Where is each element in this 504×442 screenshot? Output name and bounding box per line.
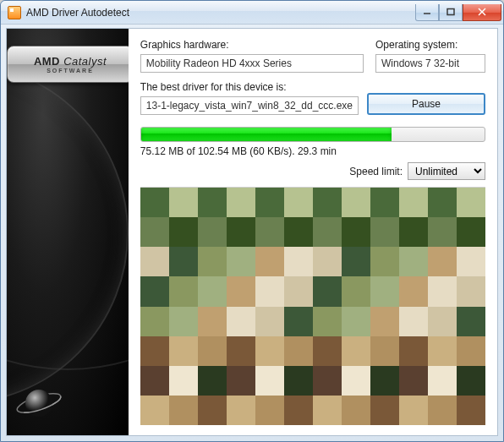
minimize-button[interactable] bbox=[415, 4, 439, 21]
progress-status-text: 75.12 MB of 102.54 MB (60 KB/s). 29.3 mi… bbox=[140, 145, 485, 157]
brand-subtitle: SOFTWARE bbox=[47, 68, 94, 74]
maximize-button[interactable] bbox=[439, 4, 463, 21]
driver-field: The best driver for this device is: 13-1… bbox=[140, 81, 359, 115]
planet-icon bbox=[15, 379, 63, 427]
progress-fill bbox=[141, 128, 392, 141]
os-value[interactable]: Windows 7 32-bit bbox=[375, 54, 485, 73]
window-title: AMD Driver Autodetect bbox=[26, 7, 415, 19]
os-label: Operating system: bbox=[375, 39, 485, 51]
minimize-icon bbox=[423, 8, 431, 16]
brand-badge: AMD Catalyst SOFTWARE bbox=[7, 46, 129, 83]
sidebar: AMD Catalyst SOFTWARE bbox=[7, 29, 129, 435]
graphics-field: Graphics hardware: Mobility Radeon HD 4x… bbox=[140, 39, 364, 73]
app-window: AMD Driver Autodetect AMD Catalyst SOFTW… bbox=[0, 0, 504, 442]
info-row: Graphics hardware: Mobility Radeon HD 4x… bbox=[140, 39, 485, 73]
main-panel: Graphics hardware: Mobility Radeon HD 4x… bbox=[129, 29, 497, 435]
speed-limit-row: Speed limit: Unlimited bbox=[140, 162, 485, 180]
pause-button[interactable]: Pause bbox=[367, 93, 485, 115]
driver-row: The best driver for this device is: 13-1… bbox=[140, 81, 485, 115]
graphics-label: Graphics hardware: bbox=[140, 39, 364, 51]
brand-suffix: Catalyst bbox=[63, 55, 107, 68]
pixelated-image bbox=[140, 188, 485, 425]
svg-rect-1 bbox=[447, 9, 454, 15]
app-icon bbox=[8, 6, 21, 19]
speed-limit-select[interactable]: Unlimited bbox=[408, 162, 485, 180]
graphics-value[interactable]: Mobility Radeon HD 4xxx Series bbox=[140, 54, 364, 73]
speed-limit-label: Speed limit: bbox=[349, 166, 403, 177]
os-field: Operating system: Windows 7 32-bit bbox=[375, 39, 485, 73]
progress-section: 75.12 MB of 102.54 MB (60 KB/s). 29.3 mi… bbox=[140, 127, 485, 157]
driver-label: The best driver for this device is: bbox=[140, 81, 359, 93]
client-area: AMD Catalyst SOFTWARE bbox=[6, 28, 498, 436]
brand-title: AMD Catalyst bbox=[34, 55, 107, 68]
driver-value[interactable]: 13-1-legacy_vista_win7_win8_32_dd_ccc.ex… bbox=[140, 96, 359, 115]
window-controls bbox=[415, 4, 501, 21]
brand-prefix: AMD bbox=[34, 55, 60, 68]
close-button[interactable] bbox=[463, 4, 501, 21]
titlebar[interactable]: AMD Driver Autodetect bbox=[1, 1, 503, 25]
maximize-icon bbox=[446, 8, 455, 16]
download-progressbar bbox=[140, 127, 485, 142]
close-icon bbox=[477, 8, 487, 16]
ad-banner[interactable] bbox=[140, 187, 485, 425]
